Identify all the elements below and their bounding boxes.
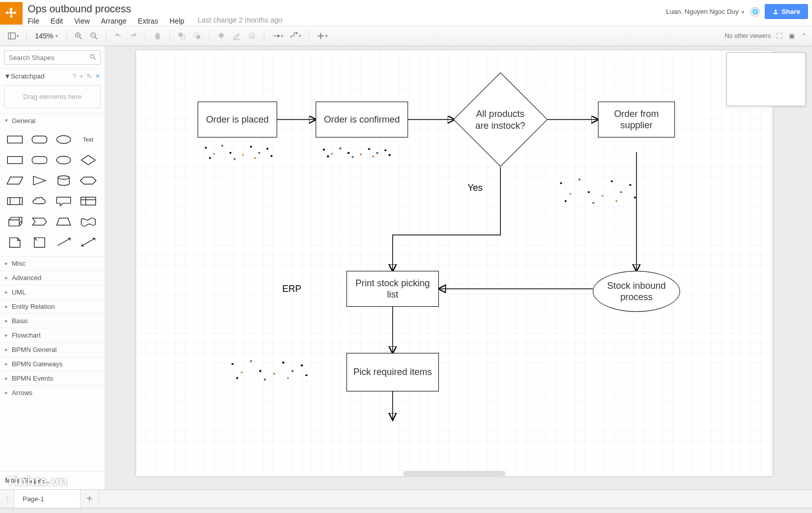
- shape-table[interactable]: [79, 193, 98, 209]
- shape-ellipse[interactable]: [54, 132, 73, 147]
- menu-arrange[interactable]: Arrange: [101, 16, 132, 26]
- annotation-2[interactable]: [316, 146, 398, 159]
- category-uml[interactable]: ▼UML: [0, 285, 105, 299]
- shape-callout[interactable]: [54, 193, 73, 209]
- horizontal-scrollbar[interactable]: [403, 471, 506, 476]
- menu-view[interactable]: View: [74, 16, 95, 26]
- zoom-out-button[interactable]: [86, 29, 102, 43]
- scratchpad-close-icon[interactable]: ✕: [95, 72, 101, 80]
- svg-line-35: [57, 239, 70, 246]
- undo-button[interactable]: [110, 29, 126, 43]
- label-erp[interactable]: ERP: [282, 284, 301, 294]
- annotation-3[interactable]: [552, 172, 644, 208]
- category-bpmn-gateways[interactable]: ▼BPMN Gateways: [0, 357, 105, 371]
- tab-page-1[interactable]: Page-1: [14, 490, 81, 508]
- scratchpad-edit-icon[interactable]: ✎: [86, 72, 92, 80]
- category-bpmn-general[interactable]: ▼BPMN General: [0, 342, 105, 357]
- node-pick-items[interactable]: Pick required items: [346, 353, 439, 391]
- menu-extras[interactable]: Extras: [138, 16, 164, 26]
- shadow-button[interactable]: [244, 29, 260, 43]
- menu-file[interactable]: File: [28, 16, 45, 26]
- globe-icon[interactable]: 🌐: [750, 7, 760, 16]
- person-icon: [772, 9, 779, 15]
- shape-cube[interactable]: [5, 214, 25, 229]
- shape-parallelogram[interactable]: [5, 173, 25, 188]
- more-shapes-button[interactable]: More Shapes...: [0, 471, 105, 489]
- shape-rounded-rect[interactable]: [30, 132, 49, 147]
- waypoints-button[interactable]: ▾: [286, 29, 304, 43]
- shape-line-arrow[interactable]: [54, 234, 73, 250]
- scratchpad-header[interactable]: ▼ Scratchpad ? + ✎ ✕: [0, 69, 105, 83]
- node-stock-inbound[interactable]: Stock inbound process: [593, 271, 680, 312]
- shape-hexagon[interactable]: [79, 173, 98, 188]
- shape-line-biarrow[interactable]: [79, 234, 98, 250]
- zoom-in-button[interactable]: [71, 29, 86, 43]
- annotation-4[interactable]: [223, 356, 316, 384]
- shape-trapezoid[interactable]: [54, 214, 73, 229]
- page-layout-button[interactable]: ▾: [4, 29, 22, 43]
- line-color-button[interactable]: [229, 29, 244, 43]
- shape-rectangle2[interactable]: [5, 152, 25, 168]
- label-yes[interactable]: Yes: [468, 183, 482, 193]
- shape-note[interactable]: [5, 234, 25, 250]
- svg-point-20: [90, 54, 94, 58]
- svg-point-24: [56, 135, 70, 143]
- node-order-placed[interactable]: Order is placed: [198, 102, 277, 137]
- node-print-picking[interactable]: Print stock picking list: [346, 271, 439, 307]
- search-shapes-input[interactable]: [4, 50, 101, 65]
- zoom-level[interactable]: 145% ▾: [31, 32, 62, 40]
- category-arrows[interactable]: ▼Arrows: [0, 385, 105, 400]
- format-panel-icon[interactable]: ▣: [787, 32, 796, 40]
- category-flowchart[interactable]: ▼Flowchart: [0, 328, 105, 342]
- shape-process[interactable]: [5, 193, 25, 209]
- fullscreen-icon[interactable]: ⛶: [775, 32, 783, 40]
- shape-rectangle[interactable]: [5, 132, 25, 147]
- menu-edit[interactable]: Edit: [51, 16, 68, 26]
- shape-card[interactable]: [30, 234, 49, 250]
- to-back-button[interactable]: [189, 29, 205, 43]
- scratchpad-add-icon[interactable]: +: [79, 72, 83, 80]
- tab-add-button[interactable]: +: [81, 490, 99, 508]
- node-order-supplier[interactable]: Order from supplier: [598, 102, 675, 137]
- svg-rect-29: [8, 198, 23, 205]
- svg-rect-22: [8, 136, 23, 143]
- delete-button[interactable]: [150, 29, 165, 43]
- collapse-outline-icon[interactable]: ⌃: [800, 32, 808, 40]
- annotation-1[interactable]: [198, 142, 280, 162]
- tabs-scroll-icon[interactable]: ⋮: [0, 490, 14, 508]
- shape-rounded-rect2[interactable]: [30, 152, 49, 168]
- scratchpad-dropzone[interactable]: Drag elements here: [4, 85, 101, 108]
- shape-diamond[interactable]: [79, 152, 98, 168]
- share-button[interactable]: Share: [765, 4, 808, 19]
- shape-step[interactable]: [30, 214, 49, 229]
- doc-title[interactable]: Ops outbound process: [28, 2, 666, 16]
- connection-button[interactable]: ▾: [268, 29, 286, 43]
- outline-pane[interactable]: [726, 52, 806, 106]
- fill-color-button[interactable]: [214, 29, 229, 43]
- canvas[interactable]: Order is placed Order is confirmed All p…: [136, 50, 772, 476]
- insert-button[interactable]: ▾: [313, 29, 331, 43]
- svg-line-21: [94, 58, 96, 60]
- scratchpad-help-icon[interactable]: ?: [72, 72, 76, 80]
- general-shapes-grid: Text: [0, 128, 105, 256]
- user-name[interactable]: Luan. Nguyen Ngoc Duy ▼: [666, 8, 745, 15]
- category-entity-relation[interactable]: ▼Entity Relation: [0, 299, 105, 313]
- shape-cloud[interactable]: [30, 193, 49, 209]
- shape-text[interactable]: Text: [79, 132, 98, 147]
- shape-tape[interactable]: [79, 214, 98, 229]
- shape-ellipse2[interactable]: [54, 152, 73, 168]
- app-logo[interactable]: [0, 2, 23, 25]
- category-advanced[interactable]: ▼Advanced: [0, 270, 105, 285]
- category-bpmn-events[interactable]: ▼BPMN Events: [0, 371, 105, 385]
- category-misc[interactable]: ▼Misc: [0, 256, 105, 270]
- svg-point-27: [56, 156, 70, 164]
- redo-button[interactable]: [126, 29, 141, 43]
- category-general[interactable]: ▼ General: [0, 113, 105, 128]
- menu-help[interactable]: Help: [169, 16, 189, 26]
- canvas-area[interactable]: Order is placed Order is confirmed All p…: [105, 46, 812, 489]
- shape-cylinder[interactable]: [54, 173, 73, 188]
- node-order-confirmed[interactable]: Order is confirmed: [316, 102, 408, 137]
- category-basic[interactable]: ▼Basic: [0, 313, 105, 328]
- to-front-button[interactable]: [174, 29, 189, 43]
- shape-triangle[interactable]: [30, 173, 49, 188]
